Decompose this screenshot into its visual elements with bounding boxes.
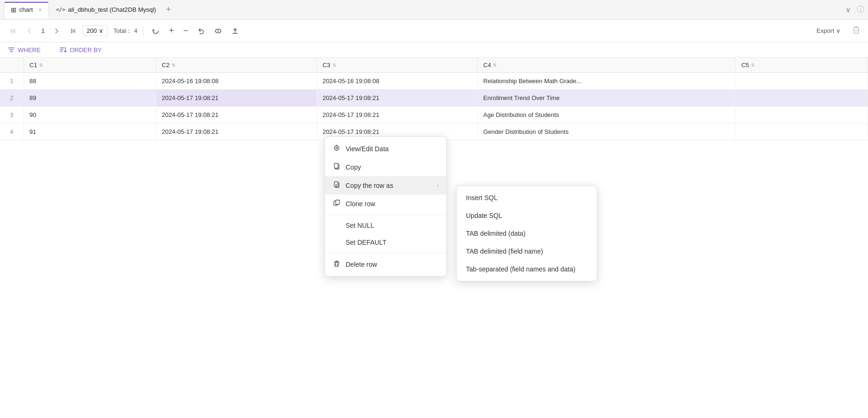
cell-c1[interactable]: 91 <box>24 124 156 140</box>
refresh-button[interactable] <box>149 25 162 37</box>
c5-sort-icon: ⇅ <box>751 62 755 68</box>
row-number: 4 <box>0 124 24 140</box>
cell-c3[interactable]: 2024-05-16 19:08:08 <box>316 73 477 90</box>
cell-c2[interactable]: 2024-05-16 19:08:08 <box>156 73 317 90</box>
svg-point-1 <box>218 30 219 31</box>
tab-editor-label: ali_dbhub_test (Chat2DB Mysql) <box>68 6 156 13</box>
cell-c1[interactable]: 88 <box>24 73 156 90</box>
delete-row-icon <box>332 260 341 269</box>
cell-c2[interactable]: 2024-05-17 19:08:21 <box>156 124 317 140</box>
cell-c4[interactable]: Enrollment Trend Over Time <box>477 90 735 107</box>
cell-c5[interactable] <box>735 90 868 107</box>
svg-rect-13 <box>336 200 339 204</box>
ctx-delete-row[interactable]: Delete row <box>325 255 446 273</box>
chart-table-icon: ⊞ <box>11 6 16 14</box>
next-page-button[interactable] <box>50 26 63 36</box>
current-page: 1 <box>39 27 47 34</box>
submenu-tab-separated[interactable]: Tab-separated (field names and data) <box>457 260 597 278</box>
col-header-rownum <box>0 58 24 73</box>
tab-chart[interactable]: ⊞ chart × <box>4 1 49 18</box>
ctx-clone-row[interactable]: Clone row <box>325 194 446 213</box>
submenu-insert-sql[interactable]: Insert SQL <box>457 189 597 207</box>
order-by-filter[interactable]: ORDER BY <box>59 46 102 54</box>
where-filter[interactable]: WHERE <box>8 46 40 54</box>
cell-c4[interactable]: Gender Distribution of Students <box>477 124 735 140</box>
svg-rect-2 <box>854 27 859 33</box>
cell-c2[interactable]: 2024-05-17 19:08:21 <box>156 90 317 107</box>
submenu-tab-delimited-data[interactable]: TAB delimited (data) <box>457 224 597 242</box>
view-button[interactable] <box>212 25 225 37</box>
ctx-copy-row-as-label: Copy the row as <box>346 182 393 189</box>
ctx-copy-row-as[interactable]: Copy the row as › <box>325 176 446 194</box>
c3-sort-icon: ⇅ <box>332 62 336 68</box>
cell-c3[interactable]: 2024-05-17 19:08:21 <box>316 90 477 107</box>
ctx-set-default[interactable]: Set DEFAULT <box>325 234 446 251</box>
filter-bar: WHERE ORDER BY <box>0 42 868 58</box>
cell-c4[interactable]: Relationship Between Math Grade... <box>477 73 735 90</box>
submenu-update-sql[interactable]: Update SQL <box>457 207 597 224</box>
col-header-c5[interactable]: C5 ⇅ <box>735 58 868 73</box>
svg-point-3 <box>334 146 339 150</box>
row-number: 3 <box>0 107 24 124</box>
tab-chart-close[interactable]: × <box>39 7 42 13</box>
export-label: Export <box>816 27 834 34</box>
ctx-copy[interactable]: Copy <box>325 158 446 176</box>
submenu-tab-delimited-field[interactable]: TAB delimited (field name) <box>457 242 597 260</box>
cell-c5[interactable] <box>735 124 868 140</box>
c1-sort-icon: ⇅ <box>39 62 43 68</box>
tab-bar: ⊞ chart × </> ali_dbhub_test (Chat2DB My… <box>0 0 868 20</box>
ctx-copy-label: Copy <box>346 163 361 171</box>
where-label: WHERE <box>18 46 40 54</box>
toolbar: 1 200 ∨ Total： 4 + − Export ∨ <box>0 20 868 42</box>
add-row-button[interactable]: + <box>166 24 177 38</box>
ctx-set-null[interactable]: Set NULL <box>325 217 446 234</box>
order-by-label: ORDER BY <box>70 46 102 54</box>
per-page-arrow: ∨ <box>99 27 103 34</box>
toolbar-divider <box>143 26 143 36</box>
submenu: Insert SQL Update SQL TAB delimited (dat… <box>456 186 597 281</box>
svg-rect-14 <box>335 262 339 266</box>
per-page-value: 200 <box>87 27 97 34</box>
tab-chart-label: chart <box>19 6 33 13</box>
clipboard-icon[interactable] <box>852 26 860 36</box>
tab-editor[interactable]: </> ali_dbhub_test (Chat2DB Mysql) <box>49 1 163 18</box>
ctx-separator-1 <box>325 215 446 215</box>
tab-add-button[interactable]: + <box>166 5 171 15</box>
upload-button[interactable] <box>229 25 242 37</box>
prev-page-button[interactable] <box>24 26 36 36</box>
view-edit-icon <box>332 144 341 153</box>
cell-c1[interactable]: 89 <box>24 90 156 107</box>
cell-c1[interactable]: 90 <box>24 107 156 124</box>
export-arrow: ∨ <box>836 27 841 34</box>
export-button[interactable]: Export ∨ <box>813 25 844 36</box>
svg-point-4 <box>336 147 338 149</box>
ctx-delete-row-label: Delete row <box>346 261 377 268</box>
undo-button[interactable] <box>195 25 208 37</box>
c2-sort-icon: ⇅ <box>172 62 175 68</box>
editor-icon: </> <box>56 7 65 13</box>
ctx-separator-2 <box>325 253 446 253</box>
table-row[interactable]: 3 90 2024-05-17 19:08:21 2024-05-17 19:0… <box>0 107 868 124</box>
last-page-button[interactable] <box>66 26 79 36</box>
col-header-c2[interactable]: C2 ⇅ <box>156 58 317 73</box>
ctx-view-edit-label: View/Edit Data <box>346 145 389 153</box>
col-header-c3[interactable]: C3 ⇅ <box>316 58 477 73</box>
col-header-c4[interactable]: C4 ⇅ <box>477 58 735 73</box>
ctx-view-edit[interactable]: View/Edit Data <box>325 139 446 158</box>
first-page-button[interactable] <box>8 26 20 36</box>
cell-c5[interactable] <box>735 73 868 90</box>
delete-row-button[interactable]: − <box>181 24 191 38</box>
info-icon[interactable]: ⓘ <box>857 5 864 15</box>
tab-dropdown-icon[interactable]: ∨ <box>845 5 851 14</box>
data-table: C1 ⇅ C2 ⇅ C3 ⇅ <box>0 58 868 140</box>
table-row[interactable]: 1 88 2024-05-16 19:08:08 2024-05-16 19:0… <box>0 73 868 90</box>
table-row[interactable]: 2 89 2024-05-17 19:08:21 2024-05-17 19:0… <box>0 90 868 107</box>
ctx-set-null-label: Set NULL <box>346 222 374 229</box>
ctx-clone-row-label: Clone row <box>346 200 375 208</box>
cell-c5[interactable] <box>735 107 868 124</box>
cell-c2[interactable]: 2024-05-17 19:08:21 <box>156 107 317 124</box>
col-header-c1[interactable]: C1 ⇅ <box>24 58 156 73</box>
per-page-selector[interactable]: 200 ∨ <box>82 25 108 36</box>
cell-c3[interactable]: 2024-05-17 19:08:21 <box>316 107 477 124</box>
cell-c4[interactable]: Age Distribution of Students <box>477 107 735 124</box>
